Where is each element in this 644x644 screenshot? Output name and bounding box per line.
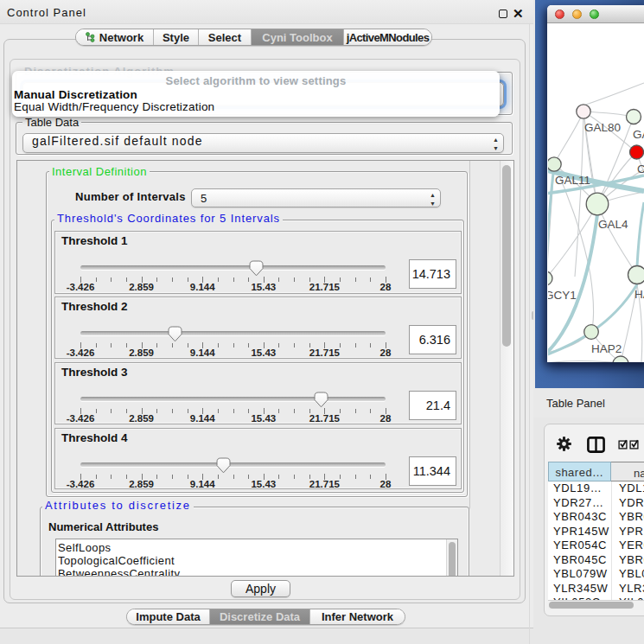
svg-text:GAL80: GAL80	[584, 121, 621, 134]
svg-text:HA: HA	[634, 288, 644, 301]
svg-text:GCY1: GCY1	[548, 289, 577, 302]
svg-text:GA: GA	[633, 128, 644, 141]
svg-text:HAP2: HAP2	[591, 342, 622, 355]
svg-text:GAL11: GAL11	[555, 174, 590, 187]
svg-text:C: C	[637, 163, 644, 175]
svg-text:GAL4: GAL4	[598, 218, 628, 231]
